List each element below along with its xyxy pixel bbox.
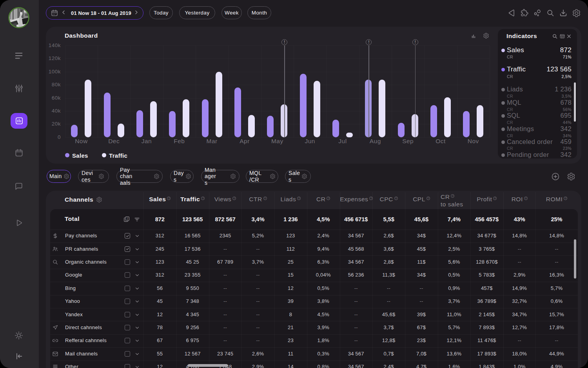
svg-text:2: 2 <box>127 217 128 220</box>
